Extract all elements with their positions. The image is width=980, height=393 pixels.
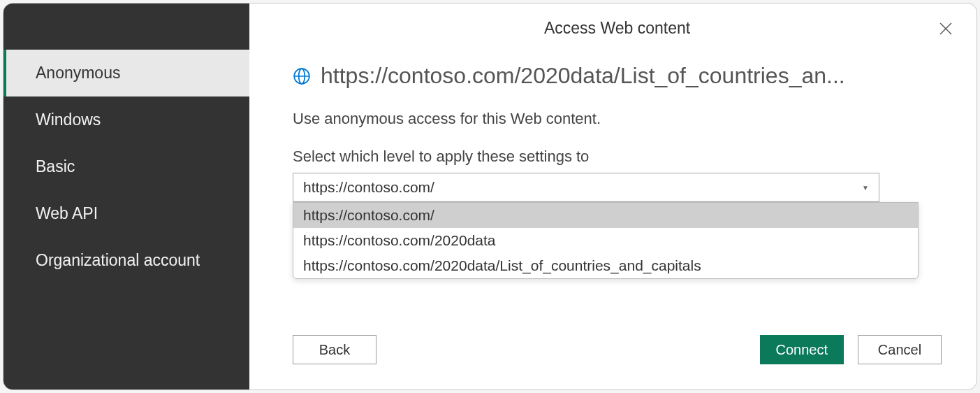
back-button[interactable]: Back (293, 335, 376, 364)
url-display: https://contoso.com/2020data/List_of_cou… (321, 63, 845, 89)
sidebar-item-anonymous[interactable]: Anonymous (3, 50, 249, 97)
sidebar-item-basic[interactable]: Basic (3, 143, 249, 190)
sidebar-item-web-api[interactable]: Web API (3, 190, 249, 237)
cancel-button[interactable]: Cancel (858, 335, 942, 364)
level-select[interactable]: https://contoso.com/ ▼ (293, 173, 879, 202)
select-level-label: Select which level to apply these settin… (293, 148, 942, 166)
level-select-value: https://contoso.com/ (303, 179, 434, 196)
dropdown-option[interactable]: https://contoso.com/2020data/List_of_cou… (293, 253, 918, 278)
dropdown-option[interactable]: https://contoso.com/ (293, 203, 918, 228)
button-row: Back Connect Cancel (293, 315, 942, 369)
chevron-down-icon: ▼ (862, 184, 869, 192)
dropdown-option[interactable]: https://contoso.com/2020data (293, 228, 918, 253)
dialog-title: Access Web content (293, 19, 942, 38)
level-select-dropdown: https://contoso.com/ https://contoso.com… (293, 202, 919, 279)
sidebar-item-organizational-account[interactable]: Organizational account (3, 237, 249, 284)
sidebar-item-windows[interactable]: Windows (3, 97, 249, 143)
auth-method-sidebar: Anonymous Windows Basic Web API Organiza… (3, 3, 249, 390)
close-icon[interactable] (937, 20, 954, 37)
level-select-container: https://contoso.com/ ▼ https://contoso.c… (293, 173, 879, 202)
main-panel: Access Web content https://contoso.com/2… (249, 3, 977, 390)
instruction-text: Use anonymous access for this Web conten… (293, 110, 942, 128)
globe-icon (293, 67, 311, 85)
url-row: https://contoso.com/2020data/List_of_cou… (293, 63, 942, 89)
access-web-content-dialog: Anonymous Windows Basic Web API Organiza… (3, 3, 977, 390)
connect-button[interactable]: Connect (760, 335, 844, 364)
